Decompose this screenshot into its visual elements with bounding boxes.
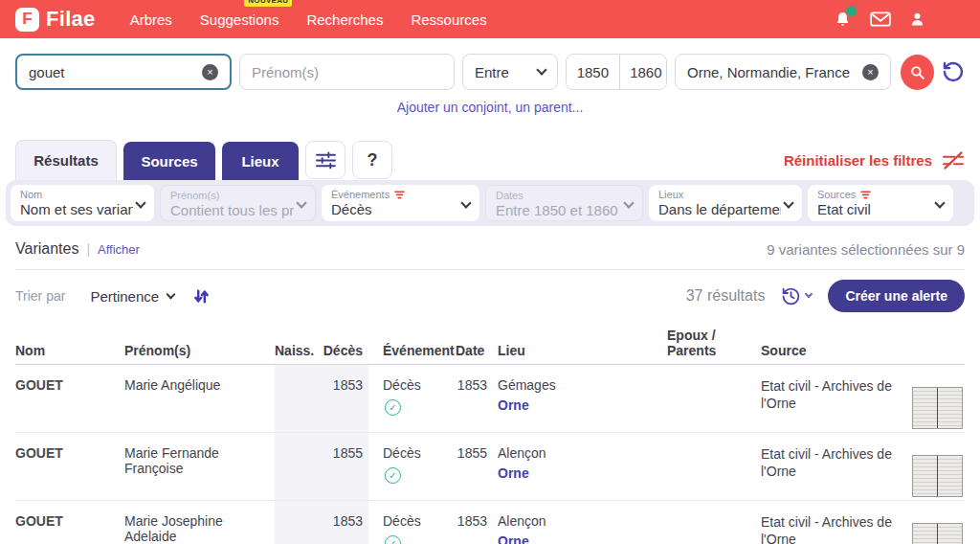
col-lieu: Lieu (490, 343, 667, 358)
search-bar: × Entre × (0, 38, 980, 90)
cell-prenoms: Marie Fernande Françoise (124, 433, 275, 500)
search-button[interactable] (901, 55, 934, 90)
sort-by-label: Trier par (15, 288, 65, 304)
cell-lieu: Alençon Orne (490, 501, 667, 544)
account-button[interactable] (909, 11, 925, 28)
firstname-field-wrap (239, 54, 455, 90)
cell-nom: GOUET (15, 365, 124, 432)
department-link[interactable]: Orne (498, 397, 667, 413)
variants-title: Variantes (15, 240, 78, 258)
table-row[interactable]: GOUET Marie Josephine Adelaide 1853 Décè… (15, 501, 965, 544)
messages-button[interactable] (870, 11, 891, 27)
clear-lastname-icon[interactable]: × (202, 64, 218, 80)
france-flag-icon[interactable] (944, 12, 965, 27)
chevron-down-icon (805, 290, 813, 298)
nav-item-arbres[interactable]: Arbres (128, 8, 174, 32)
year-to-input[interactable] (619, 55, 667, 89)
firstname-input[interactable] (252, 64, 442, 80)
variants-selection-status: 9 variantes sélectionnées sur 9 (767, 241, 965, 258)
col-deces: Décès (317, 343, 368, 358)
show-variants-link[interactable]: Afficher (98, 242, 140, 257)
cell-date: 1853 (456, 501, 490, 544)
cell-epoux-parents (667, 501, 759, 544)
user-icon (909, 11, 925, 28)
sort-direction-button[interactable] (193, 288, 210, 305)
history-icon (781, 286, 801, 306)
record-thumbnail[interactable] (912, 387, 963, 429)
tab-filters[interactable] (305, 141, 345, 179)
cell-date: 1855 (456, 433, 490, 500)
cell-epoux-parents (667, 433, 759, 500)
cell-nom: GOUET (15, 433, 124, 500)
sort-select[interactable]: Pertinence (90, 288, 174, 305)
cell-nom: GOUET (15, 501, 124, 544)
search-icon (909, 64, 925, 80)
create-alert-button[interactable]: Créer une alerte (828, 280, 965, 312)
filter-prenoms[interactable]: Prénom(s) Contient tous les pr... (160, 185, 316, 221)
nav-item-suggestions[interactable]: Suggestions NOUVEAU (198, 8, 281, 32)
col-nom: Nom (15, 343, 124, 358)
filae-logo[interactable]: F Filae (15, 7, 96, 32)
chevron-down-icon (167, 289, 176, 299)
tab-lieux[interactable]: Lieux (222, 142, 299, 180)
table-row[interactable]: GOUET Marie Angélique 1853 Décès ✓ 1853 … (15, 365, 965, 433)
lastname-field-wrap: × (15, 54, 232, 90)
filter-sources[interactable]: Sources Etat civil (808, 185, 953, 221)
place-field-wrap: × (675, 54, 891, 90)
reset-filters-button[interactable]: Réinitialiser les filtres (784, 150, 965, 180)
chevron-down-icon (536, 64, 546, 75)
filter-lieux[interactable]: Lieux Dans le département (649, 185, 802, 221)
tab-sources[interactable]: Sources (123, 142, 215, 180)
year-from-input[interactable] (567, 55, 619, 89)
filter-nom[interactable]: Nom Nom et ses variante... (11, 185, 154, 221)
verified-check-icon: ✓ (385, 467, 401, 484)
cell-prenoms: Marie Angélique (124, 365, 275, 432)
cell-naiss (275, 365, 317, 432)
record-thumbnail[interactable] (912, 455, 963, 497)
notifications-button[interactable] (834, 10, 852, 29)
chevron-down-icon (783, 197, 793, 208)
date-operator-select[interactable]: Entre (462, 54, 558, 90)
notification-badge (846, 6, 857, 16)
cell-source: Etat civil - Archives de l'Orne (759, 501, 912, 544)
chevron-down-icon (934, 197, 945, 208)
filter-sliders-icon (315, 151, 337, 170)
tab-help[interactable]: ? (352, 141, 392, 179)
sort-row: Trier par Pertinence 37 résultats Créer … (0, 270, 980, 322)
sort-arrows-icon (193, 288, 210, 305)
department-link[interactable]: Orne (498, 533, 667, 544)
filter-panel: Nom Nom et ses variante... Prénom(s) Con… (6, 180, 974, 226)
cell-date: 1853 (456, 365, 490, 432)
chevron-down-icon (135, 197, 145, 208)
verified-check-icon: ✓ (385, 399, 401, 416)
nav-item-recherches[interactable]: Recherches (304, 8, 385, 32)
reset-search-button[interactable] (942, 60, 965, 83)
add-relative-link[interactable]: Ajouter un conjoint, un parent... (0, 100, 980, 115)
cell-evenement: Décès ✓ (368, 433, 456, 500)
active-filter-icon (394, 191, 405, 199)
record-thumbnail[interactable] (912, 523, 963, 544)
lastname-input[interactable] (29, 64, 202, 80)
mail-icon (870, 11, 891, 27)
app-header: F Filae Arbres Suggestions NOUVEAU Reche… (0, 0, 980, 38)
col-epoux-parents: Epoux / Parents (667, 328, 759, 358)
search-history-button[interactable] (781, 286, 812, 306)
cell-deces: 1853 (317, 365, 368, 432)
results-table: Nom Prénom(s) Naiss. Décès Événement Dat… (15, 322, 965, 544)
filter-dates[interactable]: Dates Entre 1850 et 1860 (485, 185, 643, 221)
table-row[interactable]: GOUET Marie Fernande Françoise 1855 Décè… (15, 433, 965, 501)
col-date: Date (456, 343, 490, 358)
clear-place-icon[interactable]: × (862, 64, 879, 80)
nav-item-ressources[interactable]: Ressources (409, 8, 488, 32)
tab-resultats[interactable]: Résultats (15, 140, 117, 180)
chevron-down-icon (460, 197, 471, 208)
chevron-down-icon (623, 197, 634, 208)
filter-evenements[interactable]: Événements Décès (322, 185, 479, 221)
cell-source: Etat civil - Archives de l'Orne (759, 365, 912, 432)
department-link[interactable]: Orne (498, 465, 667, 481)
place-input[interactable] (687, 64, 862, 80)
cell-prenoms: Marie Josephine Adelaide (124, 501, 275, 544)
reset-filters-icon (941, 150, 965, 170)
active-filter-icon (860, 191, 871, 199)
col-source: Source (759, 343, 912, 358)
